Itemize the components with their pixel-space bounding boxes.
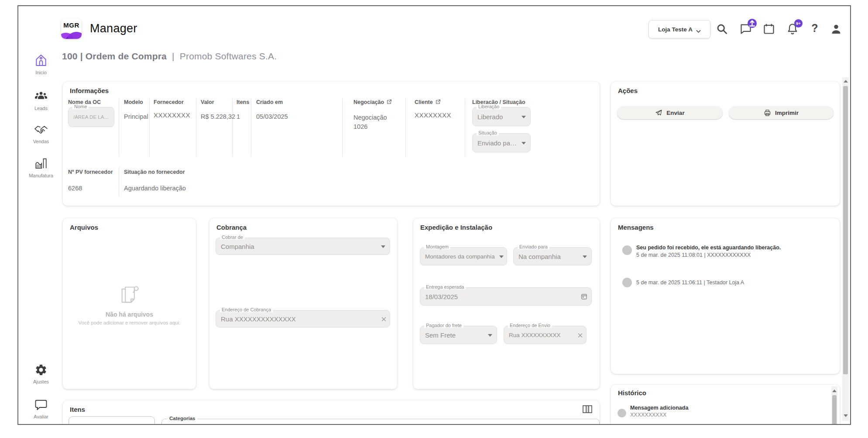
sidebar-item-manufatura[interactable]: Manufatura (22, 156, 60, 178)
field-label: Pagador do frete (424, 323, 463, 328)
columns-view-icon[interactable] (582, 405, 593, 414)
app-title: Manager (90, 22, 137, 35)
field-label: Enviado para (518, 244, 549, 249)
sidebar-item-label: Ajustes (22, 379, 60, 384)
nome-oc-field[interactable]: Nome /ÁREA DE LAZER / (68, 107, 114, 127)
pagador-frete-dropdown[interactable]: Pagador do frete Sem Frete (420, 326, 497, 344)
search-icon[interactable] (716, 23, 728, 35)
scroll-down-icon[interactable] (844, 414, 848, 417)
store-selector-button[interactable]: Loja Teste A (648, 20, 710, 38)
card-heading: Informações (70, 87, 109, 94)
field-label: Montagem (424, 244, 450, 249)
field-value: /ÁREA DE LAZER / (73, 114, 110, 120)
field-label: Situação (477, 130, 499, 135)
card-arquivos[interactable]: Arquivos Não há arquivos Você pode adici… (63, 218, 196, 389)
avatar (618, 409, 626, 417)
feedback-bubble-icon (34, 399, 48, 411)
montagem-dropdown[interactable]: Montagem Montadores da companhia (420, 247, 507, 266)
liberacao-dropdown[interactable]: Liberação Liberado (472, 107, 531, 126)
home-icon (34, 53, 48, 67)
card-heading: Itens (70, 406, 85, 413)
history-title: Mensagem adicionada (630, 405, 688, 411)
col-value-situacao-fornecedor: Aguardando liberação (124, 185, 186, 192)
scrollbar-thumb[interactable] (843, 86, 848, 374)
card-heading: Expedição e Instalação (420, 224, 492, 231)
order-title: 100 | Ordem de Compra (62, 51, 167, 61)
dropdown-caret-icon (499, 255, 504, 258)
card-heading: Cobrança (216, 224, 247, 231)
sidebar-item-vendas[interactable]: Vendas (22, 122, 60, 144)
dropdown-caret-icon (381, 245, 385, 248)
sidebar-item-label: Avaliar (22, 414, 60, 419)
field-value: Enviado para ... (477, 139, 519, 147)
card-heading: Arquivos (70, 224, 98, 231)
col-value-fornecedor: XXXXXXXX (154, 111, 190, 119)
sidebar-item-ajustes[interactable]: Ajustes (22, 363, 60, 384)
avatar (622, 245, 632, 255)
col-header-negociacao: Negociação (353, 99, 392, 105)
calendar-icon[interactable] (763, 23, 775, 35)
title-divider: | (169, 51, 177, 61)
notifications-bell-icon[interactable]: 9+ (786, 23, 799, 35)
col-header-situacao-fornecedor: Situação no fornecedor (124, 169, 185, 175)
field-label: Liberação (477, 104, 501, 109)
gear-icon (34, 363, 48, 376)
situacao-dropdown[interactable]: Situação Enviado para ... (472, 133, 531, 152)
send-icon (655, 109, 662, 117)
categorias-fieldset[interactable]: Categorias (161, 419, 600, 425)
field-label: Cobrar de (220, 235, 245, 240)
card-acoes: Ações Enviar Imprimir (611, 82, 840, 206)
calendar-picker-icon[interactable] (580, 293, 588, 300)
enviado-para-dropdown[interactable]: Enviado para Na companhia (513, 247, 592, 266)
external-link-icon[interactable] (435, 99, 441, 105)
page-title: 100 | Ordem de Compra | Promob Softwares… (62, 51, 277, 62)
endereco-cobranca-field[interactable]: Endereço de Cobrança Rua XXXXXXXXXXXXXX (216, 310, 390, 328)
empty-state-subtitle: Você pode adicionar e remover arquivos a… (63, 320, 196, 325)
main-scrollbar[interactable] (842, 77, 849, 421)
col-value-negociacao[interactable]: Negociação 1026 (353, 113, 401, 131)
logo-swoosh-2 (68, 32, 82, 39)
scroll-up-icon[interactable] (832, 390, 837, 392)
col-value-pv-fornecedor: 6268 (68, 185, 82, 192)
factory-icon (34, 156, 48, 170)
historico-scrollbar[interactable] (831, 386, 837, 425)
clear-icon[interactable] (577, 332, 583, 338)
dropdown-caret-icon (488, 334, 492, 337)
field-value: Rua XXXXXXXXXXXXXX (221, 315, 378, 323)
field-label: Nome (72, 104, 89, 109)
field-value: Montadores da companhia (425, 253, 497, 260)
col-value-modelo: Principal (124, 113, 148, 120)
field-value: 18/03/2025 (425, 293, 580, 300)
chat-upload-badge-icon (748, 19, 757, 28)
help-icon[interactable]: ? (810, 22, 820, 34)
scrollbar-thumb[interactable] (832, 395, 837, 425)
endereco-envio-field[interactable]: Endereço de Envio Rua XXXXXXXXXX (504, 326, 587, 344)
app-logo: MGR (61, 18, 82, 39)
col-header-itens: Itens (237, 99, 249, 105)
clear-icon[interactable] (381, 316, 387, 322)
chat-icon[interactable] (740, 23, 752, 35)
message-meta: 5 de mar. de 2025 11:06:11 | Testador Lo… (636, 279, 744, 286)
card-informacoes: Informações Nome da OC Nome /ÁREA DE LAZ… (63, 82, 600, 206)
sidebar-item-inicio[interactable]: Inicio (22, 53, 60, 75)
card-heading: Mensagens (618, 224, 654, 231)
cobrar-de-dropdown[interactable]: Cobrar de Companhia (216, 238, 390, 255)
col-header-label: Negociação (353, 99, 384, 105)
sidebar-item-avaliar[interactable]: Avaliar (22, 399, 60, 419)
dropdown-caret-icon (521, 142, 526, 145)
enviar-button[interactable]: Enviar (617, 106, 723, 119)
scroll-up-icon[interactable] (844, 80, 848, 83)
divider (119, 167, 119, 197)
empty-state-title: Não há arquivos (63, 311, 196, 318)
imprimir-button[interactable]: Imprimir (729, 106, 834, 119)
entrega-esperada-field[interactable]: Entrega esperada 18/03/2025 (420, 287, 592, 306)
account-icon[interactable] (830, 23, 842, 35)
external-link-icon[interactable] (386, 99, 392, 105)
app-window: MGR Manager Loja Teste A 9+ ? (17, 5, 851, 425)
itens-search-input[interactable] (69, 416, 155, 425)
dropdown-caret-icon (583, 255, 587, 258)
col-header-fornecedor: Fornecedor (154, 99, 184, 105)
sidebar-item-leads[interactable]: Leads (22, 89, 60, 111)
field-value: Sem Frete (425, 331, 485, 339)
sidebar-item-label: Leads (22, 106, 60, 111)
